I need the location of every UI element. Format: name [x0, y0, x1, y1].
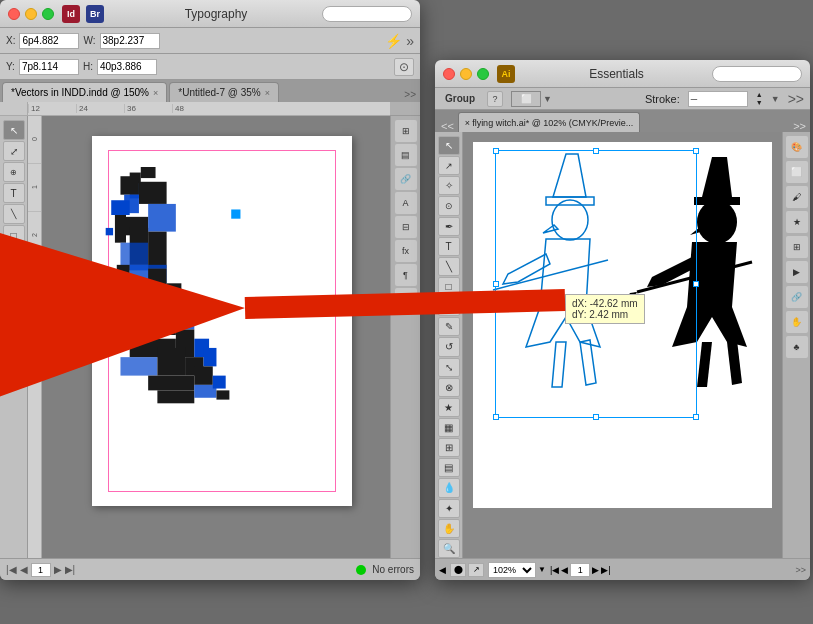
ai-tool-pencil[interactable]: ✎ [438, 317, 460, 336]
tab-close-untitled[interactable]: × [265, 88, 270, 98]
ai-tool-scale[interactable]: ⤡ [438, 358, 460, 377]
w-input[interactable] [100, 33, 160, 49]
ai-tool-hand[interactable]: ✋ [438, 519, 460, 538]
tool-direct-select[interactable]: ⤢ [3, 141, 25, 161]
ai-tool-column[interactable]: ▦ [438, 418, 460, 437]
h-input[interactable] [97, 59, 157, 75]
indesign-search-input[interactable] [322, 6, 412, 22]
ai-tool-magic[interactable]: ✧ [438, 176, 460, 195]
minimize-button-ai[interactable] [460, 68, 472, 80]
panel-pages[interactable]: ▤ [395, 144, 417, 166]
ai-tool-rect[interactable]: □ [438, 277, 460, 296]
zoom-select[interactable]: 102% 100% 75% 50% 25% [488, 562, 536, 578]
tab-vectors[interactable]: *Vectors in INDD.indd @ 150% × [2, 82, 167, 102]
close-button-id[interactable] [8, 8, 20, 20]
ai-panel-symbols[interactable]: ★ [786, 211, 808, 233]
tool-type[interactable]: T [3, 183, 25, 203]
ai-tool-line[interactable]: ╲ [438, 257, 460, 276]
handle-tl[interactable] [493, 148, 499, 154]
artboard-prev2[interactable]: ◀ [561, 565, 568, 575]
mode-chevron[interactable]: ▼ [543, 94, 552, 104]
tool-hand[interactable]: ✋ [3, 309, 25, 329]
ai-tool-mesh[interactable]: ⊞ [438, 438, 460, 457]
handle-br[interactable] [693, 414, 699, 420]
ai-tool-paintbrush[interactable]: 🖌 [438, 297, 460, 316]
indesign-canvas[interactable] [42, 116, 390, 558]
ai-tool-symbol[interactable]: ★ [438, 398, 460, 417]
x-input[interactable] [19, 33, 79, 49]
maximize-button-ai[interactable] [477, 68, 489, 80]
handle-ml[interactable] [493, 281, 499, 287]
prev-page-btn[interactable]: ◀ [20, 564, 28, 575]
status-icon-2[interactable]: ↗ [468, 563, 484, 577]
artboard-next[interactable]: ▶ [592, 565, 599, 575]
ai-tool-eyedropper[interactable]: 💧 [438, 478, 460, 497]
illustrator-canvas[interactable]: ▶ dX: -42.62 mm dY: 2.42 mm [463, 132, 782, 558]
bottom-panel-expander[interactable]: >> [795, 565, 806, 575]
artboard-prev[interactable]: ◀ [439, 565, 446, 575]
tab-scroll-right[interactable]: >> [789, 120, 810, 132]
zoom-chevron[interactable]: ▼ [538, 565, 546, 574]
ai-panel-hand[interactable]: ✋ [786, 311, 808, 333]
panel-align[interactable]: ⊟ [395, 216, 417, 238]
tool-pencil[interactable]: ✎ [3, 246, 25, 266]
artboard-first[interactable]: |◀ [550, 565, 559, 575]
close-button-ai[interactable] [443, 68, 455, 80]
tab-scroll-left[interactable]: << [437, 120, 458, 132]
ai-tool-select[interactable]: ↖ [438, 136, 460, 155]
minimize-button-id[interactable] [25, 8, 37, 20]
question-btn[interactable]: ? [487, 91, 503, 107]
isolation-btn[interactable]: ⬜ [511, 91, 541, 107]
tab-flying-witch[interactable]: × flying witch.ai* @ 102% (CMYK/Previe..… [458, 112, 640, 132]
maximize-button-id[interactable] [42, 8, 54, 20]
tab-close-vectors[interactable]: × [153, 88, 158, 98]
page-number-input[interactable] [31, 563, 51, 577]
tool-rect[interactable]: □ [3, 225, 25, 245]
ai-tool-gradient[interactable]: ▤ [438, 458, 460, 477]
ai-panel-club[interactable]: ♣ [786, 336, 808, 358]
stroke-options-chevron[interactable]: ▼ [771, 94, 780, 104]
artboard-number[interactable] [570, 563, 590, 577]
tool-zoom[interactable]: 🔍 [3, 330, 25, 350]
handle-bl[interactable] [493, 414, 499, 420]
ai-panel-brushes[interactable]: 🖌 [786, 186, 808, 208]
handle-tr[interactable] [693, 148, 699, 154]
tool-scissors[interactable]: ✂ [3, 267, 25, 287]
ai-tool-lasso[interactable]: ⊙ [438, 196, 460, 215]
tool-gradient[interactable]: ▤ [3, 288, 25, 308]
illustrator-search-input[interactable] [712, 66, 802, 82]
ai-tool-zoom[interactable]: 🔍 [438, 539, 460, 558]
ai-tool-blend[interactable]: ⊗ [438, 378, 460, 397]
tab-untitled[interactable]: *Untitled-7 @ 35% × [169, 82, 279, 102]
panel-text[interactable]: A [395, 192, 417, 214]
tab-scroll-arrows[interactable]: >> [404, 89, 416, 100]
panel-expander[interactable]: >> [788, 91, 804, 107]
tool-select[interactable]: ↖ [3, 120, 25, 140]
constrain-icon[interactable]: ⊙ [394, 58, 414, 76]
panel-layers[interactable]: ⊞ [395, 120, 417, 142]
tool-gap[interactable]: ⊕ [3, 162, 25, 182]
handle-tc[interactable] [593, 148, 599, 154]
ai-panel-actions[interactable]: ▶ [786, 261, 808, 283]
ai-tool-rotate[interactable]: ↺ [438, 337, 460, 356]
ai-tool-pen[interactable]: ✒ [438, 217, 460, 236]
handle-mr[interactable] [693, 281, 699, 287]
ai-panel-layers[interactable]: ⊞ [786, 236, 808, 258]
tab-close-ai[interactable]: × [465, 118, 470, 128]
stroke-down[interactable]: ▼ [756, 99, 763, 106]
y-input[interactable] [19, 59, 79, 75]
ai-panel-swatches[interactable]: ⬜ [786, 161, 808, 183]
stroke-value-box[interactable]: ─ [688, 91, 748, 107]
tool-line[interactable]: ╲ [3, 204, 25, 224]
panel-paragraph[interactable]: ¶ [395, 264, 417, 286]
ai-tool-type[interactable]: T [438, 237, 460, 256]
stroke-up[interactable]: ▲ [756, 91, 763, 98]
panel-char-styles[interactable]: Ā [395, 288, 417, 310]
first-page-btn[interactable]: |◀ [6, 564, 17, 575]
status-icon-1[interactable]: ⬤ [450, 563, 466, 577]
artboard-last[interactable]: ▶| [601, 565, 610, 575]
ai-tool-measure[interactable]: ✦ [438, 499, 460, 518]
next-page-btn[interactable]: ▶ [54, 564, 62, 575]
tool-color[interactable] [4, 357, 24, 377]
panel-fx[interactable]: fx [395, 240, 417, 262]
